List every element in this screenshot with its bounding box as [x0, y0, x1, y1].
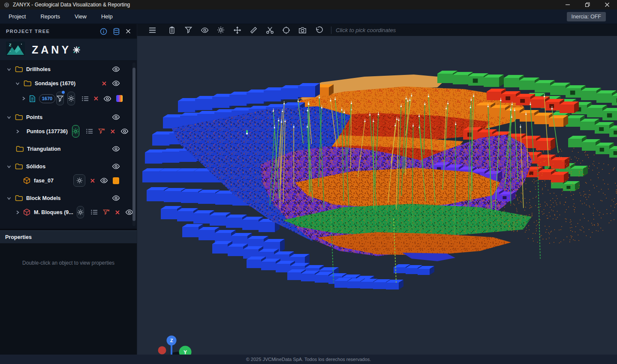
chevron-right-icon[interactable] [15, 210, 20, 215]
info-icon[interactable] [100, 28, 107, 35]
chevron-down-icon[interactable] [7, 196, 12, 200]
eye-icon[interactable] [125, 209, 133, 215]
document-icon [29, 95, 36, 102]
coordinate-picker-hint[interactable]: Click to pick coordinates [336, 27, 396, 33]
chevron-down-icon[interactable] [7, 115, 12, 119]
tree-item-label: Sondajes (1670) [35, 81, 75, 87]
delete-icon[interactable] [110, 129, 115, 134]
settings-button[interactable] [72, 125, 79, 137]
tree-item-label: Drillholes [26, 66, 51, 72]
clear-filter-icon[interactable] [98, 128, 105, 134]
menu-project[interactable]: Project [0, 13, 33, 20]
eye-icon[interactable] [112, 66, 120, 72]
chevron-right-icon[interactable] [15, 129, 20, 134]
delete-icon[interactable] [102, 81, 107, 86]
clipboard-icon[interactable] [166, 26, 178, 34]
database-icon[interactable] [113, 28, 120, 35]
eye-icon[interactable] [112, 81, 120, 86]
menu-view[interactable]: View [67, 13, 94, 20]
count-pill[interactable]: 1670 [39, 94, 55, 103]
color-swatch[interactable] [113, 177, 119, 184]
eye-icon[interactable] [112, 114, 120, 120]
chevron-down-icon[interactable] [7, 67, 12, 72]
brand-area: Z ZANY [0, 39, 137, 61]
eye-icon[interactable] [100, 178, 108, 183]
color-swatch[interactable] [116, 95, 123, 102]
settings-button[interactable] [73, 174, 85, 187]
menu-icon[interactable] [146, 27, 159, 33]
tree-item-m-bloques[interactable]: M. Bloques (9... [0, 205, 137, 219]
chevron-right-icon[interactable] [21, 96, 26, 101]
copyright-text: © 2025 JVCMineData SpA. Todos los derech… [246, 357, 371, 362]
eye-icon[interactable] [112, 195, 120, 201]
tree-item-label: fase_07 [34, 178, 54, 184]
scissors-icon[interactable] [263, 26, 276, 34]
list-icon[interactable] [82, 96, 89, 101]
tree-item-sondajes[interactable]: Sondajes (1670) [0, 76, 137, 90]
svg-text:Y: Y [184, 349, 187, 355]
filter-button[interactable] [56, 92, 64, 105]
folder-icon [15, 163, 23, 170]
project-tree-header: PROJECT TREE [0, 24, 137, 39]
app-icon [4, 2, 9, 8]
properties-panel: Double-click an object to view propertie… [0, 243, 137, 355]
toolbar-divider [331, 27, 331, 34]
delete-icon[interactable] [90, 178, 95, 183]
eye-icon[interactable] [112, 146, 120, 152]
menu-reports[interactable]: Reports [33, 13, 67, 20]
eye-icon[interactable] [103, 96, 111, 101]
eye-icon[interactable] [198, 27, 211, 33]
chevron-down-icon[interactable] [7, 164, 12, 169]
3d-viewport[interactable]: ZY [137, 36, 617, 355]
chevron-down-icon[interactable] [15, 81, 20, 86]
project-tree: Drillholes Sondajes (1670) 1670 [0, 61, 137, 229]
brand-logo-image: Z [6, 42, 25, 58]
tree-item-label: M. Bloques (9... [34, 209, 73, 215]
rotate-ccw-icon[interactable] [312, 26, 325, 34]
tree-item-drillhole-file[interactable]: 1670 [0, 90, 137, 107]
camera-icon[interactable] [296, 27, 309, 34]
tree-item-points[interactable]: Points [0, 110, 137, 124]
minimize-button[interactable] [558, 0, 578, 9]
target-icon[interactable] [280, 26, 292, 34]
viewport-area: Click to pick coordinates ZY [137, 24, 617, 355]
svg-text:Z: Z [9, 43, 12, 47]
inertia-status-badge[interactable]: Inercia: OFF [567, 12, 606, 21]
brand-logo-text: ZANY [32, 44, 81, 56]
gear-icon[interactable] [214, 26, 227, 34]
delete-icon[interactable] [115, 210, 120, 215]
status-footer: © 2025 JVCMineData SpA. Todos los derech… [0, 355, 617, 364]
tree-item-label: Puntos (137736) [27, 128, 68, 134]
tree-item-label: Triangulation [27, 146, 60, 152]
filter-active-dot [62, 91, 65, 94]
filter-icon[interactable] [182, 27, 195, 33]
settings-button[interactable] [67, 92, 75, 105]
tree-item-block-models[interactable]: Block Models [0, 191, 137, 205]
tree-item-fase07[interactable]: fase_07 [0, 173, 137, 188]
list-icon[interactable] [86, 128, 93, 134]
clear-filter-icon[interactable] [103, 209, 110, 215]
properties-empty-message: Double-click an object to view propertie… [0, 260, 137, 266]
block-model-cube-icon [23, 209, 30, 216]
menu-bar: Project Reports View Help Inercia: OFF [0, 9, 617, 24]
tree-item-drillholes[interactable]: Drillholes [0, 62, 137, 76]
tree-item-puntos[interactable]: Puntos (137736) [0, 124, 137, 138]
app-window: ZANYX - Geological Data Visualization & … [0, 0, 617, 364]
settings-button[interactable] [77, 206, 84, 218]
properties-title: Properties [5, 234, 32, 240]
tree-item-solidos[interactable]: Sólidos [0, 159, 137, 173]
close-button[interactable] [597, 0, 617, 9]
solid-cube-icon [23, 177, 30, 184]
ruler-icon[interactable] [247, 26, 260, 34]
delete-icon[interactable] [93, 96, 99, 101]
brand-star-icon [72, 46, 81, 54]
list-icon[interactable] [91, 209, 98, 215]
tree-item-triangulation[interactable]: Triangulation [0, 142, 137, 156]
eye-icon[interactable] [120, 128, 129, 134]
eye-icon[interactable] [112, 164, 120, 169]
menu-help[interactable]: Help [94, 13, 120, 20]
close-panel-icon[interactable] [126, 29, 131, 34]
maximize-button[interactable] [578, 0, 597, 9]
move-icon[interactable] [231, 26, 244, 34]
tree-scrollbar-thumb[interactable] [132, 68, 135, 221]
